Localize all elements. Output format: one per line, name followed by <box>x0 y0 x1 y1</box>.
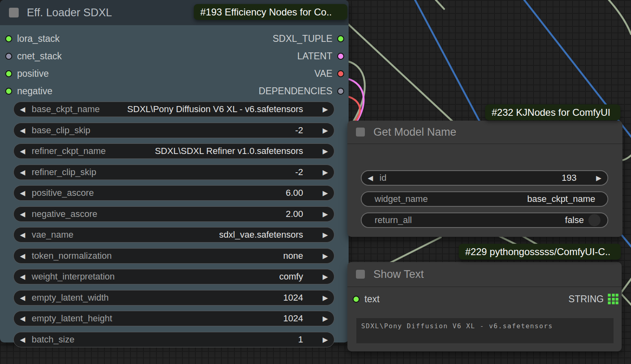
input-port-dot[interactable] <box>353 296 360 303</box>
widget-value[interactable]: 1 <box>298 334 303 345</box>
decrement-arrow-icon[interactable]: ◀ <box>20 315 25 322</box>
widget-value[interactable]: comfy <box>279 271 303 282</box>
decrement-arrow-icon[interactable]: ◀ <box>20 106 25 113</box>
widget-label: return_all <box>375 215 412 225</box>
output-port-dot[interactable] <box>337 88 344 95</box>
node-title: Get Model Name <box>373 126 456 139</box>
output-port-dot[interactable] <box>337 70 344 77</box>
input-slot-label: negative <box>17 86 52 97</box>
widget-label: vae_name <box>32 230 74 240</box>
output-slot-SDXL_TUPLE[interactable]: SDXL_TUPLE <box>273 33 344 44</box>
input-slot-negative[interactable]: negative <box>5 86 52 96</box>
boolean-toggle[interactable] <box>588 214 601 226</box>
wire-sage <box>386 237 441 265</box>
decrement-arrow-icon[interactable]: ◀ <box>20 336 25 343</box>
input-slot-positive[interactable]: positive <box>5 68 49 79</box>
widget-value[interactable]: sdxl_vae.safetensors <box>219 230 303 240</box>
widget-empty_latent_width[interactable]: ◀empty_latent_width1024▶ <box>13 290 334 306</box>
widget-value[interactable]: 1024 <box>283 313 303 324</box>
decrement-arrow-icon[interactable]: ◀ <box>20 273 25 280</box>
input-slot-cnet_stack[interactable]: cnet_stack <box>5 51 62 61</box>
output-slot-LATENT[interactable]: LATENT <box>297 51 344 61</box>
increment-arrow-icon[interactable]: ▶ <box>323 336 328 343</box>
increment-arrow-icon[interactable]: ▶ <box>323 210 328 217</box>
widget-base_ckpt_name[interactable]: ◀base_ckpt_nameSDXL\Pony Diffusion V6 XL… <box>13 102 334 117</box>
decrement-arrow-icon[interactable]: ◀ <box>20 294 25 301</box>
show-text-value[interactable]: SDXL\Pony Diffusion V6 XL - v6.safetenso… <box>356 318 614 343</box>
widget-value[interactable]: SDXL\SDXL Refiner v1.0.safetensors <box>155 146 303 156</box>
widget-value[interactable]: 193 <box>562 173 577 183</box>
node-badge-kjnodes: #232 KJNodes for ComfyUI <box>485 104 620 120</box>
node-header[interactable]: Get Model Name <box>347 121 622 144</box>
widget-refiner_clip_skip[interactable]: ◀refiner_clip_skip-2▶ <box>13 165 334 180</box>
node-eff-loader-sdxl[interactable]: Eff. Loader SDXL lora_stackcnet_stackpos… <box>0 0 349 342</box>
output-port-dot[interactable] <box>337 53 344 60</box>
output-slot-VAE[interactable]: VAE <box>314 68 344 79</box>
decrement-arrow-icon[interactable]: ◀ <box>20 210 25 217</box>
decrement-arrow-icon[interactable]: ◀ <box>20 232 25 238</box>
input-slot-label: cnet_stack <box>17 51 62 62</box>
multi-output-grid-icon[interactable] <box>608 294 618 304</box>
output-slot-DEPENDENCIES[interactable]: DEPENDENCIES <box>259 86 344 96</box>
node-show-text[interactable]: Show Text text STRING SDXL\Pony Diffusio… <box>347 262 622 351</box>
node-header[interactable]: Show Text <box>347 262 622 287</box>
widget-label: negative_ascore <box>32 209 97 219</box>
widget-refiner_ckpt_name[interactable]: ◀refiner_ckpt_nameSDXL\SDXL Refiner v1.0… <box>13 143 334 159</box>
node-badge-pythongosssss: #229 pythongosssss/ComfyUI-C.. <box>459 244 621 260</box>
widget-negative_ascore[interactable]: ◀negative_ascore2.00▶ <box>13 206 334 222</box>
decrement-arrow-icon[interactable]: ◀ <box>20 190 25 197</box>
input-slot-lora_stack[interactable]: lora_stack <box>5 33 60 44</box>
input-port-dot[interactable] <box>5 35 12 42</box>
widget-id[interactable]: ◀id193▶ <box>361 170 608 186</box>
widget-value[interactable]: false <box>565 215 584 225</box>
widget-value[interactable]: base_ckpt_name <box>527 194 595 204</box>
collapse-square-icon[interactable] <box>356 128 365 136</box>
increment-arrow-icon[interactable]: ▶ <box>323 294 328 301</box>
widget-value[interactable]: SDXL\Pony Diffusion V6 XL - v6.safetenso… <box>127 104 303 115</box>
widget-batch_size[interactable]: ◀batch_size1▶ <box>13 332 334 347</box>
widget-weight_interpretation[interactable]: ◀weight_interpretationcomfy▶ <box>13 269 334 284</box>
widget-empty_latent_height[interactable]: ◀empty_latent_height1024▶ <box>13 311 334 326</box>
widget-token_normalization[interactable]: ◀token_normalizationnone▶ <box>13 248 334 264</box>
collapse-square-icon[interactable] <box>356 270 365 279</box>
increment-arrow-icon[interactable]: ▶ <box>323 232 328 238</box>
decrement-arrow-icon[interactable]: ◀ <box>20 148 25 155</box>
input-port-dot[interactable] <box>5 53 12 60</box>
widget-vae_name[interactable]: ◀vae_namesdxl_vae.safetensors▶ <box>13 227 334 243</box>
output-port-dot[interactable] <box>337 35 344 42</box>
decrement-arrow-icon[interactable]: ◀ <box>20 169 25 176</box>
widget-value[interactable]: 1024 <box>283 292 303 303</box>
increment-arrow-icon[interactable]: ▶ <box>323 252 328 259</box>
increment-arrow-icon[interactable]: ▶ <box>323 127 328 134</box>
widget-value[interactable]: -2 <box>295 125 303 136</box>
widget-label: token_normalization <box>32 251 112 261</box>
widget-base_clip_skip[interactable]: ◀base_clip_skip-2▶ <box>13 123 334 138</box>
input-port-dot[interactable] <box>5 88 12 95</box>
decrement-arrow-icon[interactable]: ◀ <box>368 175 373 182</box>
increment-arrow-icon[interactable]: ▶ <box>323 148 328 155</box>
node-get-model-name[interactable]: Get Model Name STRING ◀id193▶widget_name… <box>347 121 622 237</box>
increment-arrow-icon[interactable]: ▶ <box>323 315 328 322</box>
input-port-dot[interactable] <box>5 70 12 77</box>
widget-return_all[interactable]: return_allfalse <box>361 212 608 228</box>
decrement-arrow-icon[interactable]: ◀ <box>20 127 25 134</box>
increment-arrow-icon[interactable]: ▶ <box>596 175 601 182</box>
widget-positive_ascore[interactable]: ◀positive_ascore6.00▶ <box>13 185 334 201</box>
widget-value[interactable]: none <box>283 251 303 261</box>
widget-label: empty_latent_height <box>32 313 112 324</box>
widget-value[interactable]: 2.00 <box>286 209 303 219</box>
input-slot-label: positive <box>17 68 49 79</box>
widget-label: base_ckpt_name <box>32 104 100 115</box>
increment-arrow-icon[interactable]: ▶ <box>323 169 328 176</box>
widget-label: batch_size <box>32 334 74 345</box>
widget-widget_name[interactable]: widget_namebase_ckpt_name <box>361 191 608 207</box>
increment-arrow-icon[interactable]: ▶ <box>323 106 328 113</box>
collapse-square-icon[interactable] <box>9 8 19 17</box>
increment-arrow-icon[interactable]: ▶ <box>323 190 328 197</box>
decrement-arrow-icon[interactable]: ◀ <box>20 252 25 259</box>
widget-label: empty_latent_width <box>32 292 109 303</box>
widget-value[interactable]: -2 <box>295 167 303 178</box>
widget-value[interactable]: 6.00 <box>286 188 303 198</box>
increment-arrow-icon[interactable]: ▶ <box>323 273 328 280</box>
input-slot-text[interactable]: text <box>353 294 379 304</box>
